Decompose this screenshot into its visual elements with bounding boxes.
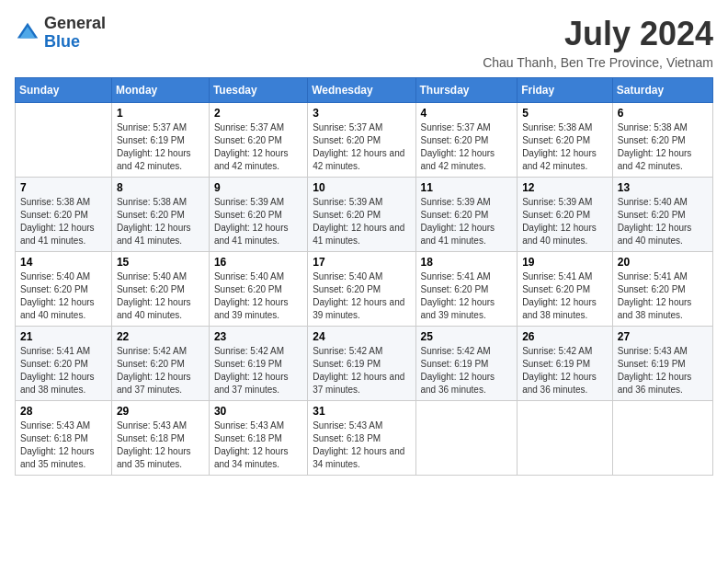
- day-number: 14: [20, 256, 107, 269]
- day-number: 26: [522, 330, 608, 343]
- day-info: Sunrise: 5:41 AMSunset: 6:20 PMDaylight:…: [421, 270, 513, 322]
- day-number: 19: [522, 256, 608, 269]
- day-number: 7: [20, 181, 107, 194]
- calendar-cell: 10 Sunrise: 5:39 AMSunset: 6:20 PMDaylig…: [308, 178, 415, 252]
- calendar-cell: 16 Sunrise: 5:40 AMSunset: 6:20 PMDaylig…: [209, 252, 307, 327]
- calendar-cell: [415, 401, 518, 476]
- day-info: Sunrise: 5:38 AMSunset: 6:20 PMDaylight:…: [522, 121, 608, 173]
- day-number: 2: [214, 107, 302, 120]
- day-number: 30: [214, 405, 302, 418]
- calendar-cell: 26 Sunrise: 5:42 AMSunset: 6:19 PMDaylig…: [518, 327, 613, 401]
- header-monday: Monday: [111, 78, 209, 103]
- logo-icon: [15, 20, 40, 46]
- calendar-cell: 13 Sunrise: 5:40 AMSunset: 6:20 PMDaylig…: [612, 178, 712, 252]
- day-info: Sunrise: 5:42 AMSunset: 6:19 PMDaylight:…: [214, 345, 302, 396]
- logo-general-text: General: [44, 15, 106, 33]
- calendar-cell: 5 Sunrise: 5:38 AMSunset: 6:20 PMDayligh…: [518, 103, 613, 178]
- calendar-cell: 1 Sunrise: 5:37 AMSunset: 6:19 PMDayligh…: [111, 103, 209, 178]
- day-info: Sunrise: 5:43 AMSunset: 6:19 PMDaylight:…: [618, 345, 708, 396]
- day-number: 3: [313, 107, 410, 120]
- calendar-cell: 22 Sunrise: 5:42 AMSunset: 6:20 PMDaylig…: [111, 327, 209, 401]
- day-number: 24: [313, 330, 410, 343]
- calendar-cell: [518, 401, 613, 476]
- calendar-cell: 19 Sunrise: 5:41 AMSunset: 6:20 PMDaylig…: [518, 252, 613, 327]
- calendar-cell: 21 Sunrise: 5:41 AMSunset: 6:20 PMDaylig…: [16, 327, 112, 401]
- calendar-week-row: 1 Sunrise: 5:37 AMSunset: 6:19 PMDayligh…: [16, 103, 713, 178]
- day-info: Sunrise: 5:41 AMSunset: 6:20 PMDaylight:…: [522, 270, 608, 322]
- calendar-cell: 9 Sunrise: 5:39 AMSunset: 6:20 PMDayligh…: [209, 178, 307, 252]
- day-info: Sunrise: 5:40 AMSunset: 6:20 PMDaylight:…: [618, 196, 708, 247]
- header: General Blue July 2024 Chau Thanh, Ben T…: [15, 15, 713, 70]
- calendar-cell: 25 Sunrise: 5:42 AMSunset: 6:19 PMDaylig…: [415, 327, 518, 401]
- day-info: Sunrise: 5:43 AMSunset: 6:18 PMDaylight:…: [20, 419, 107, 471]
- calendar-cell: 30 Sunrise: 5:43 AMSunset: 6:18 PMDaylig…: [209, 401, 307, 476]
- header-friday: Friday: [518, 78, 613, 103]
- day-number: 17: [313, 256, 410, 269]
- day-info: Sunrise: 5:38 AMSunset: 6:20 PMDaylight:…: [117, 196, 204, 247]
- calendar-cell: 14 Sunrise: 5:40 AMSunset: 6:20 PMDaylig…: [16, 252, 112, 327]
- calendar-cell: 7 Sunrise: 5:38 AMSunset: 6:20 PMDayligh…: [16, 178, 112, 252]
- day-info: Sunrise: 5:41 AMSunset: 6:20 PMDaylight:…: [618, 270, 708, 322]
- day-info: Sunrise: 5:39 AMSunset: 6:20 PMDaylight:…: [421, 196, 513, 247]
- day-info: Sunrise: 5:43 AMSunset: 6:18 PMDaylight:…: [313, 419, 410, 471]
- day-number: 16: [214, 256, 302, 269]
- calendar-cell: 28 Sunrise: 5:43 AMSunset: 6:18 PMDaylig…: [16, 401, 112, 476]
- calendar-cell: [16, 103, 112, 178]
- day-number: 10: [313, 181, 410, 194]
- day-info: Sunrise: 5:41 AMSunset: 6:20 PMDaylight:…: [20, 345, 107, 396]
- day-number: 12: [522, 181, 608, 194]
- calendar-cell: 31 Sunrise: 5:43 AMSunset: 6:18 PMDaylig…: [308, 401, 415, 476]
- day-info: Sunrise: 5:39 AMSunset: 6:20 PMDaylight:…: [214, 196, 302, 247]
- day-info: Sunrise: 5:38 AMSunset: 6:20 PMDaylight:…: [20, 196, 107, 247]
- header-sunday: Sunday: [16, 78, 112, 103]
- day-info: Sunrise: 5:37 AMSunset: 6:20 PMDaylight:…: [421, 121, 513, 173]
- day-number: 29: [117, 405, 204, 418]
- location-subtitle: Chau Thanh, Ben Tre Province, Vietnam: [483, 55, 713, 70]
- logo: General Blue: [15, 15, 106, 52]
- day-info: Sunrise: 5:43 AMSunset: 6:18 PMDaylight:…: [214, 419, 302, 471]
- day-info: Sunrise: 5:37 AMSunset: 6:20 PMDaylight:…: [313, 121, 410, 173]
- calendar-cell: 11 Sunrise: 5:39 AMSunset: 6:20 PMDaylig…: [415, 178, 518, 252]
- calendar-cell: 27 Sunrise: 5:43 AMSunset: 6:19 PMDaylig…: [612, 327, 712, 401]
- calendar-cell: 29 Sunrise: 5:43 AMSunset: 6:18 PMDaylig…: [111, 401, 209, 476]
- calendar-cell: 20 Sunrise: 5:41 AMSunset: 6:20 PMDaylig…: [612, 252, 712, 327]
- day-number: 28: [20, 405, 107, 418]
- day-number: 27: [618, 330, 708, 343]
- calendar-cell: 12 Sunrise: 5:39 AMSunset: 6:20 PMDaylig…: [518, 178, 613, 252]
- calendar-cell: 3 Sunrise: 5:37 AMSunset: 6:20 PMDayligh…: [308, 103, 415, 178]
- day-number: 1: [117, 107, 204, 120]
- month-year-title: July 2024: [483, 15, 713, 53]
- day-info: Sunrise: 5:38 AMSunset: 6:20 PMDaylight:…: [618, 121, 708, 173]
- day-number: 31: [313, 405, 410, 418]
- day-info: Sunrise: 5:40 AMSunset: 6:20 PMDaylight:…: [214, 270, 302, 322]
- day-number: 18: [421, 256, 513, 269]
- day-info: Sunrise: 5:40 AMSunset: 6:20 PMDaylight:…: [20, 270, 107, 322]
- calendar-week-row: 21 Sunrise: 5:41 AMSunset: 6:20 PMDaylig…: [16, 327, 713, 401]
- day-number: 4: [421, 107, 513, 120]
- day-number: 21: [20, 330, 107, 343]
- calendar-header-row: SundayMondayTuesdayWednesdayThursdayFrid…: [16, 78, 713, 103]
- calendar-week-row: 14 Sunrise: 5:40 AMSunset: 6:20 PMDaylig…: [16, 252, 713, 327]
- day-number: 25: [421, 330, 513, 343]
- day-info: Sunrise: 5:40 AMSunset: 6:20 PMDaylight:…: [117, 270, 204, 322]
- calendar-cell: 24 Sunrise: 5:42 AMSunset: 6:19 PMDaylig…: [308, 327, 415, 401]
- calendar-cell: 8 Sunrise: 5:38 AMSunset: 6:20 PMDayligh…: [111, 178, 209, 252]
- day-info: Sunrise: 5:39 AMSunset: 6:20 PMDaylight:…: [522, 196, 608, 247]
- calendar-table: SundayMondayTuesdayWednesdayThursdayFrid…: [15, 77, 713, 476]
- header-saturday: Saturday: [612, 78, 712, 103]
- calendar-week-row: 28 Sunrise: 5:43 AMSunset: 6:18 PMDaylig…: [16, 401, 713, 476]
- day-number: 15: [117, 256, 204, 269]
- day-number: 20: [618, 256, 708, 269]
- logo-blue-text: Blue: [44, 33, 106, 52]
- day-info: Sunrise: 5:40 AMSunset: 6:20 PMDaylight:…: [313, 270, 410, 322]
- title-area: July 2024 Chau Thanh, Ben Tre Province, …: [483, 15, 713, 70]
- calendar-cell: 6 Sunrise: 5:38 AMSunset: 6:20 PMDayligh…: [612, 103, 712, 178]
- calendar-cell: 18 Sunrise: 5:41 AMSunset: 6:20 PMDaylig…: [415, 252, 518, 327]
- calendar-cell: 17 Sunrise: 5:40 AMSunset: 6:20 PMDaylig…: [308, 252, 415, 327]
- day-number: 5: [522, 107, 608, 120]
- header-wednesday: Wednesday: [308, 78, 415, 103]
- day-number: 9: [214, 181, 302, 194]
- day-info: Sunrise: 5:42 AMSunset: 6:19 PMDaylight:…: [522, 345, 608, 396]
- day-info: Sunrise: 5:42 AMSunset: 6:19 PMDaylight:…: [421, 345, 513, 396]
- day-number: 23: [214, 330, 302, 343]
